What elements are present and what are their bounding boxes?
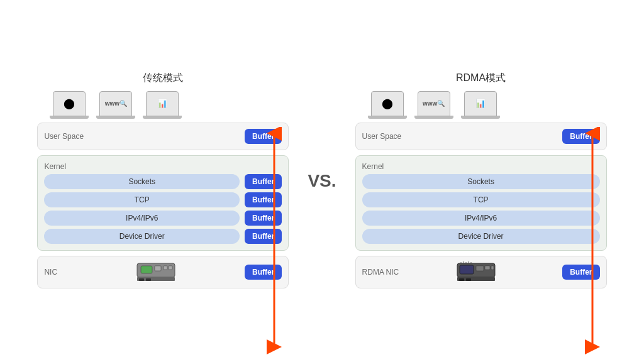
rdma-app-icon-1: ⬤ — [368, 91, 407, 119]
rdma-driver: Device Driver — [362, 229, 600, 244]
traditional-sockets-buffer: Buffer — [245, 174, 282, 189]
rdma-app-icon-3: 📊 — [461, 91, 500, 119]
svg-rect-12 — [460, 265, 474, 274]
svg-rect-15 — [485, 266, 490, 270]
svg-rect-14 — [476, 266, 484, 271]
svg-rect-1 — [141, 266, 152, 273]
traditional-kernel: Kernel Sockets Buffer TCP Buffer IPv4/IP… — [37, 155, 289, 251]
traditional-nic-label: NIC — [44, 268, 75, 277]
rdma-diagram: RDMA模式 ⬤ www🔍 📊 User S — [355, 72, 607, 291]
www-icon: www🔍 — [99, 91, 132, 116]
traditional-nic-buffer: Buffer — [245, 265, 282, 280]
traditional-ipv4-buffer: Buffer — [245, 211, 282, 226]
traditional-ipv4-row: IPv4/IPv6 Buffer — [44, 211, 282, 226]
svg-rect-19 — [466, 278, 471, 281]
svg-rect-7 — [146, 278, 151, 281]
app-icon-1: ⬤ — [50, 91, 89, 119]
rdma-app-icons: ⬤ www🔍 📊 — [355, 91, 500, 119]
rdma-inner: User Space Buffer Kernel Sockets TCP IPv… — [355, 123, 607, 291]
rdma-title: RDMA模式 — [355, 72, 607, 85]
traditional-user-label: User Space — [44, 132, 84, 141]
svg-rect-4 — [169, 266, 172, 270]
traditional-app-icons: ⬤ www🔍 📊 — [37, 91, 182, 119]
main-container: 传统模式 ⬤ www🔍 📊 User Spa — [0, 0, 644, 362]
rdma-kernel: Kernel Sockets TCP IPv4/IPv6 Device Driv… — [355, 155, 607, 251]
traditional-tcp-row: TCP Buffer — [44, 192, 282, 207]
traditional-sockets-row: Sockets Buffer — [44, 174, 282, 189]
rdma-nic-label: RDMA NIC — [362, 268, 399, 277]
nic-card-svg — [136, 261, 180, 283]
traditional-sockets: Sockets — [44, 174, 240, 189]
traditional-inner: User Space Buffer Kernel Sockets Buffer … — [37, 123, 289, 291]
rdma-monitor-icon: ⬤ — [371, 91, 404, 116]
svg-rect-6 — [139, 278, 144, 281]
svg-rect-3 — [164, 266, 167, 270]
traditional-driver: Device Driver — [44, 229, 240, 244]
traditional-user-space: User Space Buffer — [37, 123, 289, 150]
rdma-user-buffer: Buffer — [562, 129, 599, 144]
rdma-sockets-row: Sockets — [362, 174, 600, 189]
rdma-nic-image — [453, 260, 503, 284]
rdma-tcp-row: TCP — [362, 192, 600, 207]
vs-label: VS. — [308, 171, 336, 191]
rdma-nic-card-svg — [456, 261, 500, 283]
traditional-tcp: TCP — [44, 192, 240, 207]
traditional-diagram: 传统模式 ⬤ www🔍 📊 User Spa — [37, 72, 289, 291]
rdma-nic-buffer: Buffer — [562, 265, 599, 280]
rdma-ipv4-row: IPv4/IPv6 — [362, 211, 600, 226]
traditional-ipv4: IPv4/IPv6 — [44, 211, 240, 226]
traditional-tcp-buffer: Buffer — [245, 192, 282, 207]
rdma-user-space: User Space Buffer — [355, 123, 607, 150]
traditional-driver-buffer: Buffer — [245, 229, 282, 244]
rdma-nic: RDMA NIC — [355, 256, 607, 288]
traditional-driver-row: Device Driver Buffer — [44, 229, 282, 244]
rdma-driver-row: Device Driver — [362, 229, 600, 244]
svg-rect-18 — [459, 278, 464, 281]
traditional-nic: NIC — [37, 256, 289, 288]
monitor-icon: ⬤ — [53, 91, 86, 116]
traditional-kernel-label: Kernel — [44, 162, 282, 171]
rdma-chart-icon: 📊 — [464, 91, 497, 116]
app-icon-3: 📊 — [143, 91, 182, 119]
rdma-www-icon: www🔍 — [418, 91, 450, 116]
rdma-sockets: Sockets — [362, 174, 600, 189]
rdma-tcp: TCP — [362, 192, 600, 207]
traditional-title: 传统模式 — [37, 72, 289, 85]
traditional-section: 传统模式 ⬤ www🔍 📊 User Spa — [37, 72, 289, 291]
traditional-nic-image — [133, 260, 183, 284]
chart-icon: 📊 — [146, 91, 179, 116]
rdma-user-label: User Space — [362, 132, 402, 141]
traditional-user-buffer: Buffer — [245, 129, 282, 144]
rdma-ipv4: IPv4/IPv6 — [362, 211, 600, 226]
svg-rect-2 — [155, 266, 161, 271]
rdma-app-icon-2: www🔍 — [414, 91, 453, 119]
svg-rect-16 — [491, 266, 494, 270]
rdma-section: RDMA模式 ⬤ www🔍 📊 User S — [355, 72, 607, 291]
rdma-kernel-label: Kernel — [362, 162, 600, 171]
app-icon-2: www🔍 — [96, 91, 135, 119]
